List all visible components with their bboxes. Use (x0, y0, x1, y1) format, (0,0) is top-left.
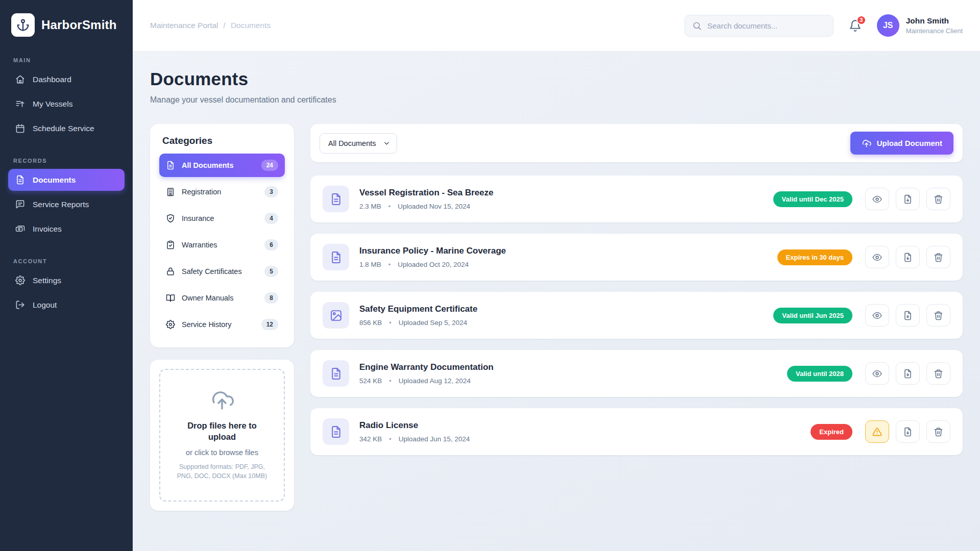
delete-button[interactable] (926, 362, 950, 385)
file-download-icon (903, 311, 913, 320)
logout-icon (15, 300, 25, 310)
category-safety-certificates[interactable]: Safety Certificates 5 (159, 260, 285, 283)
brand-name: HarborSmith (41, 18, 117, 32)
category-label: Registration (182, 188, 221, 196)
document-actions: Valid until Dec 2025 (773, 188, 950, 210)
file-dropzone[interactable]: Drop files here to upload or click to br… (159, 369, 285, 502)
category-owner-manuals[interactable]: Owner Manuals 8 (159, 286, 285, 310)
image-icon (323, 302, 349, 329)
document-meta: 524 KB Uploaded Aug 12, 2024 (359, 377, 494, 385)
topbar: Maintenance Portal / Documents 3 JS John… (133, 0, 980, 52)
document-row: Radio License 342 KB Uploaded Jun 15, 20… (310, 408, 963, 455)
sidebar-item-label: Dashboard (33, 75, 71, 84)
document-title: Vessel Registration - Sea Breeze (359, 188, 494, 198)
category-label: Owner Manuals (182, 294, 234, 302)
breadcrumb-parent[interactable]: Maintenance Portal (150, 21, 218, 30)
main-area: Maintenance Portal / Documents 3 JS John… (133, 0, 980, 551)
file-download-icon (903, 194, 913, 204)
right-column: All Documents Upload Document Vess (310, 124, 963, 466)
user-menu[interactable]: JS John Smith Maintenance Client (877, 14, 963, 37)
document-row: Engine Warranty Documentation 524 KB Upl… (310, 350, 963, 397)
delete-button[interactable] (926, 246, 950, 268)
expired-alert-button[interactable] (865, 420, 889, 443)
sidebar-item-label: Logout (33, 300, 57, 310)
delete-button[interactable] (926, 420, 950, 443)
document-title: Radio License (359, 420, 470, 431)
sidebar-item-schedule-service[interactable]: Schedule Service (8, 117, 125, 139)
section-label: RECORDS (8, 158, 125, 164)
category-warranties[interactable]: Warranties 6 (159, 233, 285, 257)
sidebar-item-dashboard[interactable]: Dashboard (8, 68, 125, 90)
section-label: ACCOUNT (8, 258, 125, 264)
file-download-icon (903, 369, 913, 379)
sidebar-item-documents[interactable]: Documents (8, 169, 125, 191)
sidebar-item-my-vessels[interactable]: My Vessels (8, 93, 125, 115)
dropzone-formats: Supported formats: PDF, JPG, PNG, DOC, D… (168, 462, 276, 482)
category-count-badge: 5 (264, 266, 278, 277)
eye-icon (872, 369, 882, 379)
download-button[interactable] (896, 304, 920, 327)
view-button[interactable] (865, 246, 889, 268)
content: Documents Manage your vessel documentati… (133, 52, 980, 551)
meta-separator (388, 261, 391, 268)
document-uploaded: Uploaded Aug 12, 2024 (399, 377, 471, 385)
download-button[interactable] (896, 362, 920, 385)
category-label: Warranties (182, 241, 217, 249)
sidebar-item-logout[interactable]: Logout (8, 294, 125, 316)
document-info: Engine Warranty Documentation 524 KB Upl… (359, 362, 494, 385)
file-download-icon (903, 253, 913, 262)
document-actions: Valid until 2028 (787, 362, 950, 385)
download-button[interactable] (896, 420, 920, 443)
search-box (684, 15, 834, 37)
category-label: Service History (182, 320, 232, 329)
brand[interactable]: HarborSmith (8, 11, 125, 39)
delete-button[interactable] (926, 188, 950, 210)
documents-toolbar: All Documents Upload Document (310, 124, 963, 162)
download-button[interactable] (896, 188, 920, 210)
vessels-icon (15, 99, 25, 109)
category-service-history[interactable]: Service History 12 (159, 313, 285, 336)
document-icon (15, 175, 25, 185)
file-download-icon (903, 427, 913, 437)
sidebar-item-invoices[interactable]: Invoices (8, 218, 125, 240)
document-info: Insurance Policy - Marine Coverage 1.8 M… (359, 246, 506, 268)
category-registration[interactable]: Registration 3 (159, 180, 285, 204)
report-icon (15, 199, 25, 209)
gear-icon (166, 320, 175, 329)
category-label: Safety Certificates (182, 267, 242, 276)
category-count-badge: 4 (264, 213, 278, 224)
user-name: John Smith (906, 16, 963, 26)
view-button[interactable] (865, 188, 889, 210)
document-actions: Expired (811, 420, 950, 443)
upload-document-button[interactable]: Upload Document (850, 132, 953, 155)
document-info: Vessel Registration - Sea Breeze 2.3 MB … (359, 188, 494, 210)
document-size: 342 KB (359, 435, 382, 443)
home-icon (15, 74, 25, 84)
warning-icon (872, 427, 882, 437)
search-icon (692, 21, 702, 31)
document-size: 856 KB (359, 319, 382, 327)
avatar: JS (877, 14, 899, 37)
trash-icon (934, 369, 943, 379)
sidebar-item-settings[interactable]: Settings (8, 269, 125, 291)
category-count-badge: 3 (264, 186, 278, 197)
section-label: MAIN (8, 57, 125, 63)
category-insurance[interactable]: Insurance 4 (159, 207, 285, 230)
status-badge: Valid until 2028 (787, 366, 852, 382)
document-title: Safety Equipment Certificate (359, 304, 477, 314)
search-input[interactable] (707, 21, 826, 30)
download-button[interactable] (896, 246, 920, 268)
document-filter-select[interactable]: All Documents (320, 133, 397, 154)
sidebar-item-service-reports[interactable]: Service Reports (8, 193, 125, 215)
sidebar-item-label: My Vessels (33, 99, 72, 109)
sidebar: HarborSmith MAIN Dashboard My Vessels Sc… (0, 0, 133, 551)
delete-button[interactable] (926, 304, 950, 327)
notifications-button[interactable]: 3 (847, 17, 864, 34)
upload-button-label: Upload Document (877, 139, 942, 147)
view-button[interactable] (865, 362, 889, 385)
view-button[interactable] (865, 304, 889, 327)
sidebar-section-account: ACCOUNT Settings Logout (8, 258, 125, 316)
breadcrumb-current: Documents (231, 21, 271, 30)
category-all-documents[interactable]: All Documents 24 (159, 154, 285, 177)
dropzone-title: Drop files here to upload (168, 420, 276, 443)
